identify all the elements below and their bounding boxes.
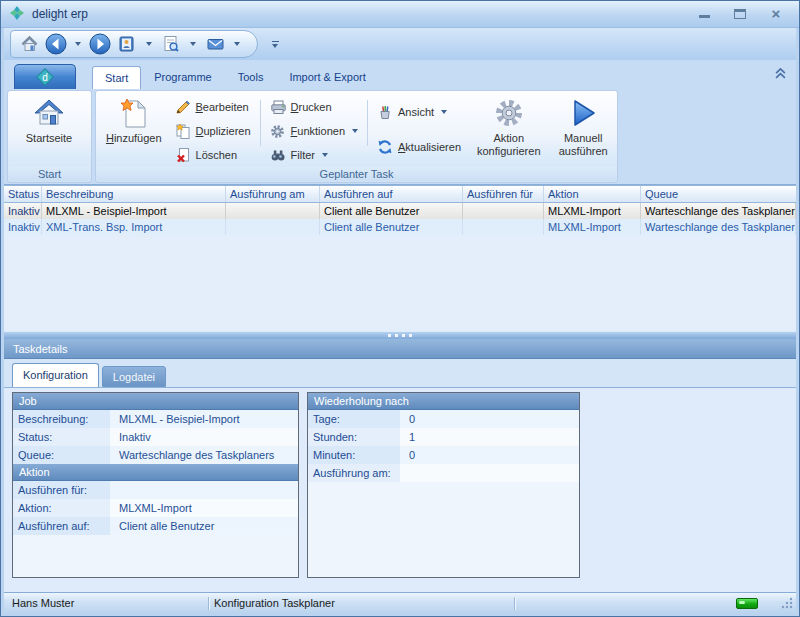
task-grid: Status Beschreibung Ausführung am Ausfüh…: [4, 185, 796, 331]
mail-dropdown-caret-icon[interactable]: [234, 42, 240, 46]
maximize-icon: [734, 9, 746, 19]
close-button[interactable]: ×: [769, 7, 783, 21]
drucken-button[interactable]: Drucken: [265, 97, 363, 117]
panel-empty-area: [13, 535, 298, 577]
column-header-beschreibung[interactable]: Beschreibung: [42, 186, 226, 202]
resize-grip[interactable]: [781, 597, 793, 611]
statusbar-separator: [208, 597, 209, 610]
mail-icon: [206, 35, 225, 53]
section-header-wiederholung: Wiederholung nach: [308, 393, 579, 410]
binoculars-icon: [270, 147, 286, 163]
edit-actions-column: Bearbeiten Duplizieren Löschen: [170, 92, 256, 165]
ribbon-group-geplanter-task: Hinzufügen Bearbeiten Duplizieren: [95, 90, 618, 183]
tab-konfiguration[interactable]: Konfiguration: [12, 363, 99, 387]
horizontal-splitter[interactable]: [4, 331, 796, 339]
duplicate-pages-icon: [175, 123, 191, 139]
cell-ausfuehrung-am: [226, 219, 320, 235]
column-header-status[interactable]: Status: [4, 186, 42, 202]
field-value: 0: [400, 446, 579, 464]
ribbon-body: Startseite Start Hinzufügen Bearbeiten: [4, 89, 796, 185]
quick-access-toolbar: [4, 28, 796, 60]
loeschen-button[interactable]: Löschen: [170, 145, 256, 165]
taskdetails-caption: Taskdetails: [4, 339, 796, 359]
toolbar-overflow-caret-icon: [272, 44, 278, 48]
detail-row: Minuten: 0: [308, 446, 579, 464]
field-value: 1: [400, 428, 579, 446]
ribbon-separator: [260, 100, 261, 146]
table-row[interactable]: Inaktiv XML-Trans. Bsp. Import Client al…: [4, 219, 796, 235]
gear-icon: [270, 123, 286, 139]
cell-ausfuehrung-am: [226, 203, 320, 219]
maximize-button[interactable]: [733, 7, 747, 21]
cell-ausfuehren-auf: Client alle Benutzer: [320, 219, 463, 235]
hinzufuegen-button[interactable]: Hinzufügen: [98, 92, 170, 166]
connection-status-led-icon: [736, 598, 758, 609]
taskdetails-title: Taskdetails: [13, 343, 67, 355]
field-value: [400, 464, 579, 482]
splitter-grip-icon: [388, 334, 391, 337]
toolbar-overflow-button[interactable]: [268, 41, 282, 48]
field-value: Inaktiv: [110, 428, 298, 446]
loeschen-label: Löschen: [196, 149, 238, 161]
application-button[interactable]: d: [14, 64, 76, 89]
app-d-logo-icon: d: [35, 67, 55, 87]
contacts-dropdown-caret-icon[interactable]: [146, 42, 152, 46]
window-frame: d Start Programme Tools Import & Export …: [1, 28, 799, 616]
panel-empty-area: [308, 482, 579, 577]
ansicht-button[interactable]: Ansicht: [372, 102, 466, 122]
contacts-button[interactable]: [114, 32, 140, 56]
titlebar: delight erp ×: [1, 1, 799, 28]
column-header-ausfuehren-fuer[interactable]: Ausführen für: [463, 186, 544, 202]
column-header-ausfuehrung-am[interactable]: Ausführung am: [226, 186, 320, 202]
duplizieren-button[interactable]: Duplizieren: [170, 121, 256, 141]
aktualisieren-button[interactable]: Aktualisieren: [372, 137, 466, 157]
statusbar-separator: [514, 597, 515, 610]
tab-start[interactable]: Start: [92, 66, 141, 89]
filter-button[interactable]: Filter: [265, 145, 363, 165]
house-icon: [33, 95, 65, 131]
tab-programme[interactable]: Programme: [141, 66, 224, 89]
column-header-ausfuehren-auf[interactable]: Ausführen auf: [320, 186, 463, 202]
report-preview-button[interactable]: [158, 32, 184, 56]
mail-button[interactable]: [202, 32, 228, 56]
detail-row: Tage: 0: [308, 410, 579, 428]
field-value: MLXML - Beispiel-Import: [110, 410, 298, 428]
cell-status: Inaktiv: [4, 219, 42, 235]
statusbar-user: Hans Muster: [12, 597, 74, 609]
pencil-edit-icon: [175, 99, 191, 115]
bearbeiten-button[interactable]: Bearbeiten: [170, 97, 256, 117]
column-header-aktion[interactable]: Aktion: [544, 186, 641, 202]
cell-beschreibung: XML-Trans. Bsp. Import: [42, 219, 226, 235]
ribbon-collapse-button[interactable]: [775, 68, 786, 81]
tab-tools[interactable]: Tools: [225, 66, 277, 89]
cell-beschreibung: MLXML - Beispiel-Import: [42, 203, 226, 219]
startseite-button[interactable]: Startseite: [10, 92, 88, 166]
duplizieren-label: Duplizieren: [196, 125, 251, 137]
report-preview-icon: [162, 35, 180, 53]
minimize-button[interactable]: [697, 7, 711, 21]
forward-button[interactable]: [87, 32, 113, 56]
back-button[interactable]: [43, 32, 69, 56]
group-label-start: Start: [9, 167, 90, 181]
field-label: Ausführen auf:: [13, 517, 110, 535]
tab-logdatei[interactable]: Logdatei: [102, 366, 166, 387]
field-value: [110, 481, 298, 499]
aktion-konfigurieren-label: Aktion konfigurieren: [466, 132, 551, 158]
funktionen-button[interactable]: Funktionen: [265, 121, 363, 141]
table-row[interactable]: Inaktiv MLXML - Beispiel-Import Client a…: [4, 203, 796, 219]
back-dropdown-caret-icon[interactable]: [75, 42, 81, 46]
taskdetails-tab-row: Konfiguration Logdatei: [4, 359, 796, 388]
job-panel: Job Beschreibung: MLXML - Beispiel-Impor…: [12, 392, 299, 578]
report-dropdown-caret-icon[interactable]: [190, 42, 196, 46]
detail-row: Queue: Warteschlange des Taskplaners: [13, 446, 298, 464]
group-label-geplanter-task: Geplanter Task: [97, 167, 616, 181]
aktualisieren-label: Aktualisieren: [398, 141, 461, 153]
column-header-queue[interactable]: Queue: [641, 186, 796, 202]
aktion-konfigurieren-button[interactable]: Aktion konfigurieren: [466, 92, 551, 166]
home-button[interactable]: [16, 32, 42, 56]
tab-import-export[interactable]: Import & Export: [276, 66, 378, 89]
field-label: Ausführung am:: [308, 464, 400, 482]
pen-cup-icon: [377, 104, 393, 120]
app-logo-icon: [9, 5, 25, 23]
manuell-ausfuehren-button[interactable]: Manuell ausführen: [551, 92, 615, 166]
